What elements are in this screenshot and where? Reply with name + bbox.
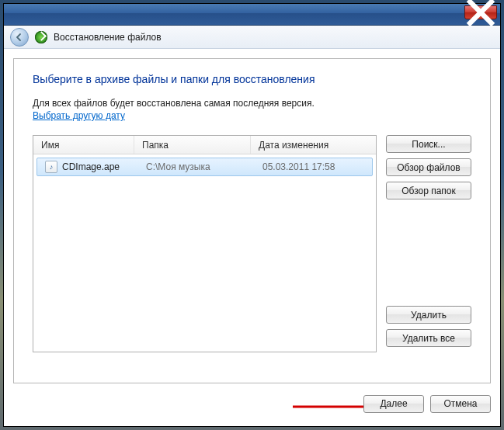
column-header-name[interactable]: Имя	[33, 136, 134, 154]
restore-icon	[35, 31, 47, 43]
footer-buttons: Далее Отмена	[13, 390, 491, 417]
main-layout: Имя Папка Дата изменения ♪ CDImage.ape C…	[33, 135, 471, 352]
remove-button[interactable]: Удалить	[386, 306, 471, 324]
window-close-button[interactable]	[464, 5, 497, 19]
remove-all-button[interactable]: Удалить все	[386, 329, 471, 347]
file-row-name-cell: ♪ CDImage.ape	[37, 158, 138, 175]
window-title: Восстановление файлов	[54, 32, 162, 43]
file-folder: C:\Моя музыка	[138, 158, 255, 175]
audio-file-icon: ♪	[45, 161, 57, 173]
file-list-header: Имя Папка Дата изменения	[33, 136, 376, 154]
page-description: Для всех файлов будет восстановлена сама…	[33, 98, 471, 109]
file-date: 05.03.2011 17:58	[255, 158, 372, 175]
next-button[interactable]: Далее	[363, 395, 424, 413]
titlebar	[4, 4, 500, 26]
choose-date-link[interactable]: Выбрать другую дату	[33, 110, 125, 121]
close-icon	[465, 0, 496, 28]
restore-files-window: Восстановление файлов Выберите в архиве …	[3, 3, 501, 427]
column-header-folder[interactable]: Папка	[134, 136, 251, 154]
header-strip: Восстановление файлов	[4, 26, 500, 49]
cancel-button[interactable]: Отмена	[430, 395, 491, 413]
back-button[interactable]	[10, 28, 29, 47]
browse-files-button[interactable]: Обзор файлов	[386, 158, 471, 176]
file-name: CDImage.ape	[62, 161, 120, 172]
search-button[interactable]: Поиск...	[386, 135, 471, 153]
column-header-date[interactable]: Дата изменения	[251, 136, 376, 154]
arrow-left-icon	[15, 33, 24, 42]
file-list[interactable]: Имя Папка Дата изменения ♪ CDImage.ape C…	[33, 135, 377, 352]
spacer	[386, 205, 471, 306]
page-heading: Выберите в архиве файлы и папки для восс…	[33, 73, 471, 85]
side-buttons: Поиск... Обзор файлов Обзор папок Удалит…	[386, 135, 471, 352]
browse-folders-button[interactable]: Обзор папок	[386, 182, 471, 199]
file-row[interactable]: ♪ CDImage.ape C:\Моя музыка 05.03.2011 1…	[36, 158, 373, 176]
content-panel: Выберите в архиве файлы и папки для восс…	[13, 58, 491, 383]
